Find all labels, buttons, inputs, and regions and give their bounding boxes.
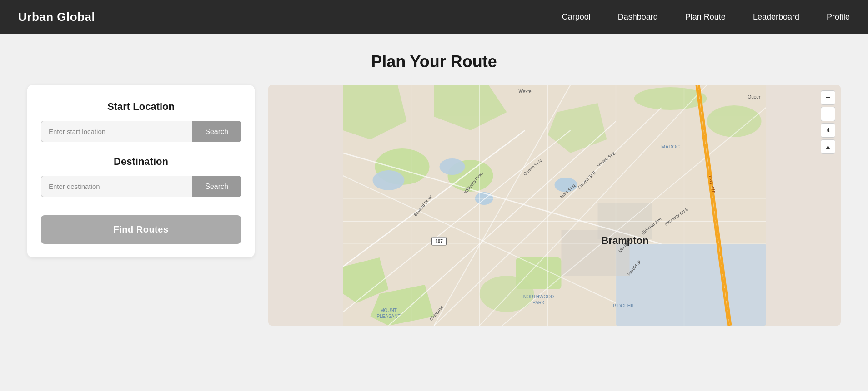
svg-text:Brampton: Brampton xyxy=(602,235,649,246)
destination-search-button[interactable]: Search xyxy=(192,176,241,197)
nav-link-carpool[interactable]: Carpool xyxy=(562,12,591,21)
svg-text:MOUNT: MOUNT xyxy=(380,308,397,313)
svg-text:NORTHWOOD: NORTHWOOD xyxy=(523,294,554,299)
svg-text:RIDGEHILL: RIDGEHILL xyxy=(613,303,637,308)
zoom-in-button[interactable]: + xyxy=(821,90,835,105)
page-title: Plan Your Route xyxy=(27,52,841,71)
start-location-input[interactable] xyxy=(41,121,192,142)
zoom-out-button[interactable]: − xyxy=(821,107,835,121)
nav-link-profile[interactable]: Profile xyxy=(827,12,850,21)
svg-text:PLEASANT: PLEASANT xyxy=(376,314,400,319)
nav-item-leaderboard[interactable]: Leaderboard xyxy=(753,12,799,22)
nav-link-leaderboard[interactable]: Leaderboard xyxy=(753,12,799,21)
navbar-brand: Urban Global xyxy=(18,10,95,24)
compass-button[interactable]: ▲ xyxy=(821,139,835,154)
svg-text:Queen: Queen xyxy=(748,94,761,99)
svg-text:MADOC: MADOC xyxy=(661,144,680,149)
nav-item-plan-route[interactable]: Plan Route xyxy=(685,12,726,22)
destination-input[interactable] xyxy=(41,176,192,197)
svg-text:107: 107 xyxy=(435,239,443,244)
svg-point-7 xyxy=(634,87,707,110)
start-input-row: Search xyxy=(41,121,241,142)
svg-text:Wexte: Wexte xyxy=(518,89,532,94)
find-routes-button[interactable]: Find Routes xyxy=(41,215,241,244)
start-search-button[interactable]: Search xyxy=(192,121,241,142)
nav-link-dashboard[interactable]: Dashboard xyxy=(618,12,658,21)
nav-item-carpool[interactable]: Carpool xyxy=(562,12,591,22)
nav-item-profile[interactable]: Profile xyxy=(827,12,850,22)
start-location-label: Start Location xyxy=(41,101,241,113)
destination-label: Destination xyxy=(41,156,241,168)
svg-rect-16 xyxy=(616,244,766,326)
svg-point-12 xyxy=(373,170,405,190)
nav-item-dashboard[interactable]: Dashboard xyxy=(618,12,658,22)
svg-point-13 xyxy=(440,158,465,175)
form-panel: Start Location Search Destination Search… xyxy=(27,85,255,257)
svg-text:PARK: PARK xyxy=(532,300,545,305)
map-svg: 107 Bovaird Dr W Williams Pkwy Centre St… xyxy=(268,85,841,326)
navbar-nav: Carpool Dashboard Plan Route Leaderboard… xyxy=(562,12,850,22)
zoom-level-button[interactable]: 4 xyxy=(821,123,835,138)
svg-point-8 xyxy=(707,105,762,137)
map-container: 107 Bovaird Dr W Williams Pkwy Centre St… xyxy=(268,85,841,326)
destination-input-row: Search xyxy=(41,176,241,197)
content-area: Start Location Search Destination Search… xyxy=(27,85,841,326)
nav-link-plan-route[interactable]: Plan Route xyxy=(685,12,726,21)
map-controls: + − 4 ▲ xyxy=(821,90,835,154)
start-location-section: Start Location Search xyxy=(41,101,241,142)
main-content: Plan Your Route Start Location Search De… xyxy=(0,34,868,326)
navbar: Urban Global Carpool Dashboard Plan Rout… xyxy=(0,0,868,34)
destination-section: Destination Search xyxy=(41,156,241,197)
